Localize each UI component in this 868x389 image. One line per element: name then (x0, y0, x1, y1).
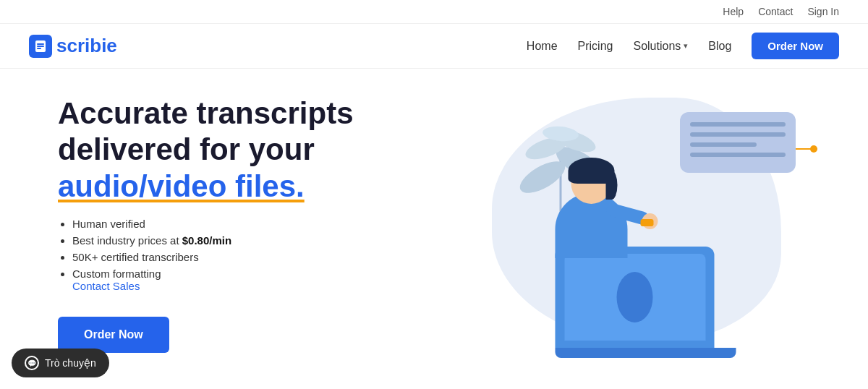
laptop-body (556, 247, 715, 348)
bullet-pricing: Best industry prices at $0.80/min (72, 234, 434, 247)
contact-link[interactable]: Contact (758, 6, 793, 17)
bullet-human-verified: Human verified (72, 218, 434, 230)
svg-rect-3 (37, 48, 41, 49)
person-laptop-group (556, 163, 736, 358)
top-utility-bar: Help Contact Sign In (0, 0, 868, 24)
nav-blog[interactable]: Blog (708, 40, 731, 53)
person-hair (569, 158, 615, 184)
bullet2-prefix: Best industry prices at (72, 234, 182, 247)
help-link[interactable]: Help (723, 6, 744, 17)
hero-section: Accurate transcripts delivered for your … (0, 69, 868, 358)
logo[interactable]: scribie (29, 35, 117, 58)
hero-title-line1: Accurate transcripts (58, 96, 354, 130)
laptop-base (556, 348, 736, 358)
bullet1-text: Human verified (72, 218, 145, 230)
bullet4-text: Custom formatting (72, 268, 161, 280)
nav-pricing[interactable]: Pricing (578, 40, 613, 53)
chat-line-1 (690, 122, 786, 127)
svg-rect-2 (37, 46, 44, 47)
laptop-screen-oval (617, 272, 653, 322)
nav-home[interactable]: Home (527, 40, 558, 53)
person-head (571, 163, 612, 204)
contact-sales-link[interactable]: Contact Sales (72, 280, 140, 292)
chat-line-2 (690, 132, 786, 137)
hero-title: Accurate transcripts delivered for your … (58, 95, 434, 205)
chat-widget-icon: 💬 (25, 356, 39, 370)
chat-connector (796, 148, 817, 150)
logo-icon (29, 35, 52, 58)
illustration-container (470, 90, 803, 358)
chat-widget[interactable]: 💬 Trò chuyện (12, 349, 109, 377)
hero-content-left: Accurate transcripts delivered for your … (58, 95, 434, 353)
chat-widget-label: Trò chuyện (45, 357, 96, 369)
laptop (556, 247, 736, 358)
person-wristband (641, 219, 654, 226)
chevron-down-icon: ▾ (684, 41, 688, 51)
nav-solutions-label: Solutions (633, 40, 681, 53)
hero-title-line2: delivered for your (58, 132, 315, 166)
laptop-screen (564, 254, 705, 341)
nav-links: Home Pricing Solutions ▾ Blog Order Now (527, 33, 839, 59)
chat-line-4 (690, 153, 786, 157)
svg-rect-1 (37, 43, 44, 45)
hero-title-line3: audio/video files. (58, 169, 305, 203)
nav-solutions[interactable]: Solutions ▾ (633, 40, 688, 53)
chat-line-3 (690, 142, 757, 147)
bullet2-price: $0.80/min (182, 234, 231, 247)
hero-order-now-button[interactable]: Order Now (58, 317, 169, 353)
bullet-formatting: Custom formatting Contact Sales (72, 268, 434, 292)
person-figure (556, 163, 628, 258)
bullet3-text: 50K+ certified transcribers (72, 251, 199, 263)
signin-link[interactable]: Sign In (807, 6, 839, 17)
hero-illustration (434, 90, 839, 358)
bullet-transcribers: 50K+ certified transcribers (72, 251, 434, 263)
hero-bullet-list: Human verified Best industry prices at $… (58, 218, 434, 292)
logo-text: scribie (56, 35, 117, 57)
nav-order-now-button[interactable]: Order Now (752, 33, 839, 59)
main-nav: scribie Home Pricing Solutions ▾ Blog Or… (0, 24, 868, 69)
